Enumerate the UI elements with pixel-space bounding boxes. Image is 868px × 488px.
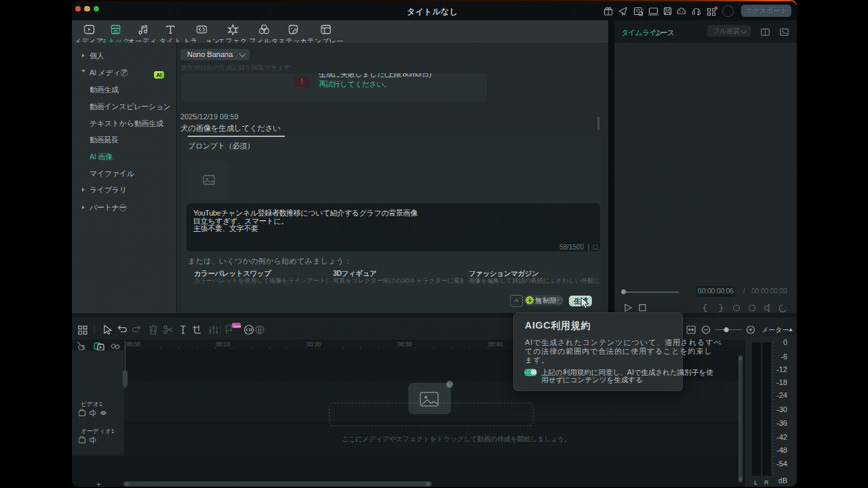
- svg-text:New: New: [233, 324, 242, 328]
- svg-text:メーター: メーター: [762, 326, 789, 333]
